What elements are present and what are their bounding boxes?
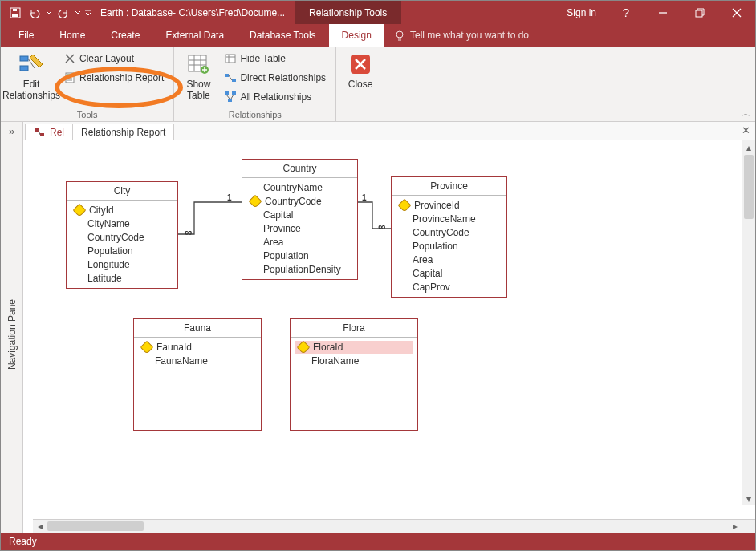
field-country-capital[interactable]: Capital	[247, 209, 352, 221]
cardinality-one: 1	[227, 193, 232, 202]
field-province-capital[interactable]: Capital	[396, 267, 502, 280]
svg-rect-35	[232, 91, 236, 95]
svg-rect-12	[20, 66, 28, 71]
field-city-latitude[interactable]: Latitude	[71, 272, 173, 285]
scroll-up-icon[interactable]: ▴	[742, 140, 755, 154]
scroll-corner	[742, 519, 755, 533]
field-province-provinceid[interactable]: ProvinceId	[396, 199, 502, 212]
show-table-button[interactable]: Show Table	[181, 50, 216, 102]
all-relationships-button[interactable]: All Relationships	[221, 88, 329, 106]
navigation-pane-collapsed[interactable]: » Navigation Pane	[1, 122, 23, 533]
tab-external-data[interactable]: External Data	[152, 24, 237, 47]
relationships-group-label: Relationships	[181, 108, 329, 120]
field-country-province[interactable]: Province	[247, 222, 352, 235]
field-country-countrycode[interactable]: CountryCode	[247, 195, 352, 208]
table-fauna-title: Fauna	[134, 319, 261, 338]
field-province-countrycode[interactable]: CountryCode	[396, 226, 502, 239]
sign-in-link[interactable]: Sign in	[555, 1, 608, 24]
table-flora[interactable]: Flora FloraId FloraName	[290, 318, 418, 431]
cardinality-one: 1	[362, 193, 367, 202]
doc-tab-relationships[interactable]: Rel	[25, 124, 73, 140]
field-province-area[interactable]: Area	[396, 253, 502, 266]
close-button[interactable]	[718, 1, 755, 24]
field-city-population[interactable]: Population	[71, 245, 173, 257]
collapse-ribbon-icon[interactable]: ︿	[742, 107, 750, 120]
relationship-canvas[interactable]: City CityId CityName CountryCode Populat…	[23, 140, 755, 519]
edit-relationships-button[interactable]: Edit Relationships	[7, 50, 55, 102]
svg-rect-31	[225, 74, 229, 77]
status-text: Ready	[9, 536, 37, 547]
close-document-icon[interactable]: ✕	[742, 124, 750, 136]
minimize-button[interactable]	[644, 1, 681, 24]
field-country-population[interactable]: Population	[247, 249, 352, 262]
vscroll-thumb[interactable]	[744, 155, 754, 219]
expand-nav-icon[interactable]: »	[9, 125, 14, 137]
relationship-country-province[interactable]	[358, 196, 392, 237]
field-province-provincename[interactable]: ProvinceName	[396, 213, 502, 225]
scroll-left-icon[interactable]: ◂	[33, 520, 47, 533]
field-flora-floraname[interactable]: FloraName	[295, 355, 413, 367]
field-flora-floraid[interactable]: FloraId	[295, 341, 413, 354]
field-city-longitude[interactable]: Longitude	[71, 258, 173, 271]
table-city[interactable]: City CityId CityName CountryCode Populat…	[66, 181, 178, 289]
table-fauna[interactable]: Fauna FaunaId FaunaName	[133, 318, 262, 431]
doc-tab-relationship-report[interactable]: Relationship Report	[72, 124, 174, 140]
help-icon[interactable]: ?	[608, 1, 644, 24]
table-province[interactable]: Province ProvinceId ProvinceName Country…	[391, 176, 507, 298]
svg-rect-32	[232, 79, 236, 82]
field-province-capprov[interactable]: CapProv	[396, 281, 502, 294]
svg-point-8	[396, 31, 403, 38]
field-city-cityid[interactable]: CityId	[71, 204, 173, 217]
edit-relationships-icon	[18, 51, 44, 77]
redo-icon[interactable]	[54, 3, 73, 22]
tell-me-input[interactable]: Tell me what you want to do	[384, 24, 529, 47]
vertical-scrollbar[interactable]: ▴ ▾	[742, 140, 755, 505]
field-fauna-faunaname[interactable]: FaunaName	[139, 355, 256, 367]
undo-dropdown-icon[interactable]	[44, 3, 54, 22]
svg-line-37	[226, 95, 230, 99]
table-province-title: Province	[392, 177, 506, 196]
svg-rect-5	[696, 10, 702, 17]
hide-table-button[interactable]: Hide Table	[221, 50, 329, 67]
svg-rect-43	[40, 133, 44, 136]
field-fauna-faunaid[interactable]: FaunaId	[139, 341, 256, 354]
ribbon-group-close: Close	[336, 47, 384, 121]
document-tabs: Rel Relationship Report ✕	[23, 122, 755, 140]
horizontal-scrollbar[interactable]: ◂ ▸	[33, 519, 742, 533]
relationship-report-button[interactable]: Relationship Report	[60, 69, 167, 87]
undo-icon[interactable]	[25, 3, 44, 22]
bulb-icon	[394, 30, 405, 41]
tab-create[interactable]: Create	[98, 24, 152, 47]
redo-dropdown-icon[interactable]	[73, 3, 83, 22]
doc-tab-relationships-label: Rel	[50, 127, 64, 138]
svg-line-33	[229, 75, 232, 80]
svg-rect-28	[226, 55, 235, 63]
field-country-countryname[interactable]: CountryName	[247, 181, 352, 194]
scroll-down-icon[interactable]: ▾	[742, 492, 755, 505]
field-city-cityname[interactable]: CityName	[71, 217, 173, 230]
hide-table-label: Hide Table	[240, 53, 285, 64]
save-icon[interactable]	[6, 3, 25, 22]
qat-customize-icon[interactable]	[83, 3, 94, 22]
direct-relationships-label: Direct Relationships	[240, 72, 326, 83]
title-bar: Earth : Database- C:\Users\Fred\Docume..…	[1, 1, 755, 24]
restore-button[interactable]	[681, 1, 718, 24]
tab-home[interactable]: Home	[47, 24, 98, 47]
direct-relationships-button[interactable]: Direct Relationships	[221, 69, 329, 87]
close-label: Close	[348, 79, 373, 90]
ribbon-group-tools: Edit Relationships Clear Layout Relation…	[1, 47, 174, 121]
close-design-button[interactable]: Close	[343, 50, 378, 90]
tab-design[interactable]: Design	[329, 24, 384, 47]
scroll-right-icon[interactable]: ▸	[728, 520, 742, 533]
tab-database-tools[interactable]: Database Tools	[237, 24, 329, 47]
field-country-area[interactable]: Area	[247, 236, 352, 249]
clear-layout-button[interactable]: Clear Layout	[60, 50, 167, 67]
field-country-populationdensity[interactable]: PopulationDensity	[247, 263, 352, 276]
hscroll-thumb[interactable]	[47, 521, 144, 531]
field-province-population[interactable]: Population	[396, 240, 502, 253]
cardinality-many-icon: ∞	[378, 221, 385, 233]
table-country[interactable]: Country CountryName CountryCode Capital …	[242, 159, 358, 280]
tab-file[interactable]: File	[6, 24, 47, 47]
field-city-countrycode[interactable]: CountryCode	[71, 231, 173, 244]
svg-line-44	[39, 130, 40, 135]
